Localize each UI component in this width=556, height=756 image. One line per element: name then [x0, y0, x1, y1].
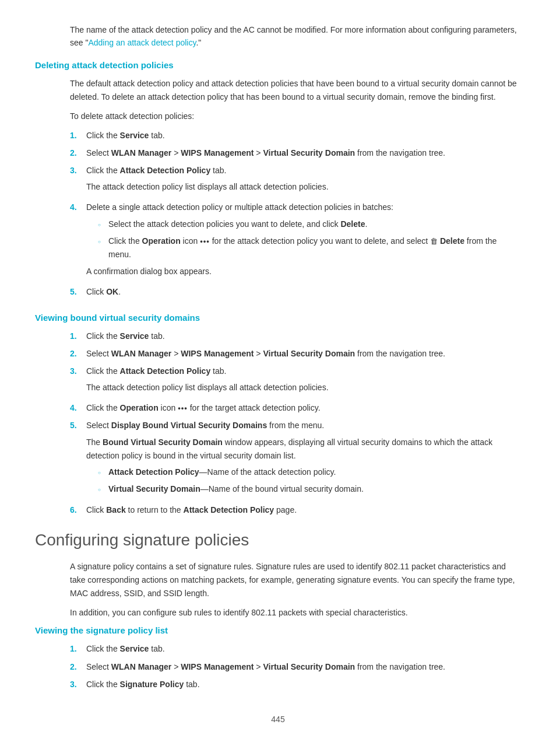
delete-para2: To delete attack detection policies: — [70, 110, 521, 123]
sig-step-1: 1. Click the Service tab. — [70, 642, 521, 656]
v-step-3-sub: The attack detection policy list display… — [86, 381, 521, 394]
sig-step-num-2: 2. — [70, 660, 86, 674]
viewing-step-2: 2. Select WLAN Manager > WIPS Management… — [70, 347, 521, 360]
v-step-5-sub-bold: Bound Virtual Security Domain — [103, 438, 223, 447]
v-step-3-bold: Attack Detection Policy — [120, 366, 211, 376]
step-num-1: 1. — [70, 129, 86, 142]
v-step-3-content: Click the Attack Detection Policy tab. T… — [86, 365, 521, 397]
viewing-steps-list: 1. Click the Service tab. 2. Select WLAN… — [70, 330, 521, 517]
page-number: 445 — [35, 715, 521, 724]
delete-step-3: 3. Click the Attack Detection Policy tab… — [70, 164, 521, 197]
step-1-content: Click the Service tab. — [86, 129, 521, 142]
operation-bold: Operation — [142, 236, 181, 246]
step-4-main: Delete a single attack detection policy … — [86, 201, 521, 214]
delete-step-1: 1. Click the Service tab. — [70, 129, 521, 142]
v-step-6-content: Click Back to return to the Attack Detec… — [86, 503, 521, 517]
section-viewing: Viewing bound virtual security domains 1… — [35, 313, 521, 517]
step-2-content: Select WLAN Manager > WIPS Management > … — [86, 146, 521, 160]
viewing-step-6: 6. Click Back to return to the Attack De… — [70, 503, 521, 517]
step-2-bold2: WIPS Management — [181, 148, 254, 158]
v-step-num-3: 3. — [70, 365, 86, 397]
sig-step-2-bold2: WIPS Management — [181, 662, 254, 671]
v-step-6-back: Back — [106, 505, 125, 514]
big-section-title: Configuring signature policies — [35, 531, 521, 550]
sig-para2: In addition, you can configure sub rules… — [70, 606, 521, 620]
v-step-5-bullet-2-content: Virtual Security Domain—Name of the boun… — [108, 482, 521, 496]
v-ops-icon: ••• — [178, 402, 188, 414]
sig-step-num-3: 3. — [70, 678, 86, 691]
section-viewing-heading: Viewing bound virtual security domains — [35, 313, 521, 323]
step-num-4: 4. — [70, 201, 86, 281]
v-step-4-bold: Operation — [120, 403, 159, 412]
v-step-5-bullet-1-content: Attack Detection Policy—Name of the atta… — [108, 466, 521, 479]
v-bullet-dot-2: ○ — [98, 486, 108, 496]
trash-icon: 🗑 — [430, 235, 438, 247]
step-3-main: Click the Attack Detection Policy tab. — [86, 164, 521, 177]
intro-paragraph: The name of the attack detection policy … — [70, 23, 521, 50]
section-delete-heading: Deleting attack detection policies — [35, 60, 521, 70]
intro-text-end: ." — [196, 38, 201, 47]
v-step-num-4: 4. — [70, 401, 86, 415]
v-step-5-bold: Display Bound Virtual Security Domains — [111, 421, 267, 430]
ops-icon: ••• — [200, 235, 210, 247]
v-bullet-1-bold: Attack Detection Policy — [108, 467, 199, 477]
v-step-num-1: 1. — [70, 330, 86, 343]
step-num-3: 3. — [70, 164, 86, 197]
delete-step-2: 2. Select WLAN Manager > WIPS Management… — [70, 146, 521, 160]
v-bullet-2-bold: Virtual Security Domain — [108, 484, 200, 494]
step-4-content: Delete a single attack detection policy … — [86, 201, 521, 281]
v-step-5-content: Select Display Bound Virtual Security Do… — [86, 419, 521, 499]
v-step-6-policy: Attack Detection Policy — [184, 505, 275, 514]
bullet-dot-2: ○ — [98, 238, 108, 261]
v-step-2-bold3: Virtual Security Domain — [263, 349, 355, 358]
step-1-bold: Service — [120, 131, 149, 140]
bullet-dot-1: ○ — [98, 221, 108, 231]
viewing-step-3: 3. Click the Attack Detection Policy tab… — [70, 365, 521, 397]
step-3-content: Click the Attack Detection Policy tab. T… — [86, 164, 521, 197]
sig-step-2-bold3: Virtual Security Domain — [263, 662, 355, 671]
v-step-1-content: Click the Service tab. — [86, 330, 521, 343]
sig-list-steps: 1. Click the Service tab. 2. Select WLAN… — [70, 642, 521, 691]
v-step-num-6: 6. — [70, 503, 86, 517]
section-sig-list: Viewing the signature policy list 1. Cli… — [35, 625, 521, 691]
step-2-bold1: WLAN Manager — [111, 148, 171, 158]
ok-bold: OK — [106, 287, 118, 296]
intro-link[interactable]: Adding an attack detect policy — [88, 38, 196, 47]
v-step-5-bullet-1: ○ Attack Detection Policy—Name of the at… — [98, 466, 521, 479]
v-step-5-main: Select Display Bound Virtual Security Do… — [86, 419, 521, 432]
step-4-bullet-2-content: Click the Operation icon ••• for the att… — [108, 235, 521, 261]
step-3-sub: The attack detection policy list display… — [86, 180, 521, 194]
viewing-step-5: 5. Select Display Bound Virtual Security… — [70, 419, 521, 499]
step-4-bullet-1-content: Select the attack detection policies you… — [108, 218, 521, 231]
v-bullet-dot-1: ○ — [98, 469, 108, 479]
sig-step-2: 2. Select WLAN Manager > WIPS Management… — [70, 660, 521, 674]
sig-step-1-bold: Service — [120, 644, 149, 653]
v-step-2-bold2: WIPS Management — [181, 349, 254, 358]
step-4-bullet-2: ○ Click the Operation icon ••• for the a… — [98, 235, 521, 261]
v-step-1-bold: Service — [120, 331, 149, 341]
v-step-num-2: 2. — [70, 347, 86, 360]
step-4-bullet-1: ○ Select the attack detection policies y… — [98, 218, 521, 231]
step-3-bold: Attack Detection Policy — [120, 166, 211, 175]
v-step-2-bold1: WLAN Manager — [111, 349, 171, 358]
step-2-bold3: Virtual Security Domain — [263, 148, 355, 158]
delete-step-4: 4. Delete a single attack detection poli… — [70, 201, 521, 281]
v-step-num-5: 5. — [70, 419, 86, 499]
sig-step-num-1: 1. — [70, 642, 86, 656]
sig-step-2-bold1: WLAN Manager — [111, 662, 171, 671]
sig-para1: A signature policy contains a set of sig… — [70, 560, 521, 600]
delete-step-5: 5. Click OK. — [70, 285, 521, 299]
delete-bold-2: Delete — [440, 236, 464, 246]
v-step-5-sub: The Bound Virtual Security Domain window… — [86, 436, 521, 463]
sig-step-2-content: Select WLAN Manager > WIPS Management > … — [86, 660, 521, 674]
v-step-5-bullets: ○ Attack Detection Policy—Name of the at… — [98, 466, 521, 496]
viewing-step-1: 1. Click the Service tab. — [70, 330, 521, 343]
sig-step-3: 3. Click the Signature Policy tab. — [70, 678, 521, 691]
page-content: The name of the attack detection policy … — [0, 0, 556, 756]
section-sig-list-heading: Viewing the signature policy list — [35, 625, 521, 635]
step-num-2: 2. — [70, 146, 86, 160]
step-5-content: Click OK. — [86, 285, 521, 299]
step-num-5: 5. — [70, 285, 86, 299]
delete-steps-list: 1. Click the Service tab. 2. Select WLAN… — [70, 129, 521, 299]
v-step-3-main: Click the Attack Detection Policy tab. — [86, 365, 521, 378]
